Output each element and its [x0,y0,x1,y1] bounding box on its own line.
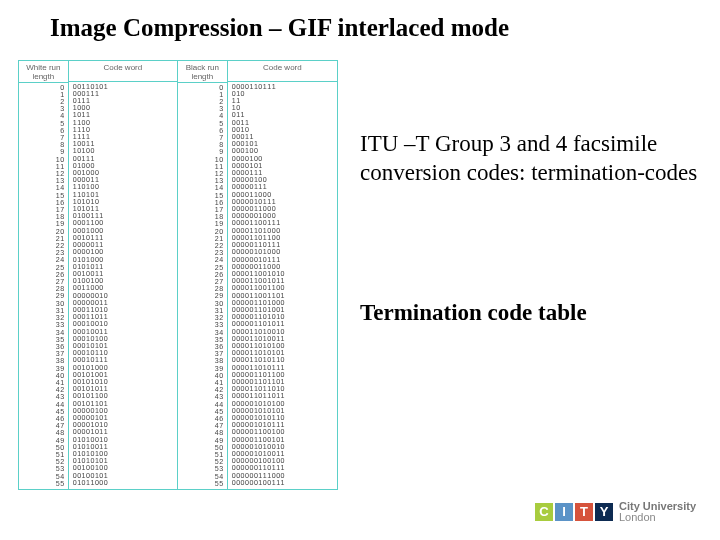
col-white-code: Code word 00110101 000111 0111 1000 1011… [69,61,178,489]
col-head-black-run: Black run length [178,61,227,83]
col-body-black-run: 0 1 2 3 4 5 6 7 8 9 10 11 12 13 14 15 16… [178,83,227,490]
col-head-white-run: White run length [19,61,68,83]
code-table: White run length 0 1 2 3 4 5 6 7 8 9 10 … [18,60,338,490]
logo-line2: London [619,512,696,524]
slide-title: Image Compression – GIF interlaced mode [50,14,509,42]
col-body-black-code: 0000110111 010 11 10 011 0011 0010 00011… [228,82,337,489]
table-caption: Termination code table [360,300,587,326]
logo-letter-t: T [575,503,593,521]
logo-mark: C I T Y [535,503,613,521]
logo-letter-i: I [555,503,573,521]
col-black-code: Code word 0000110111 010 11 10 011 0011 … [228,61,337,489]
col-body-white-run: 0 1 2 3 4 5 6 7 8 9 10 11 12 13 14 15 16… [19,83,68,490]
university-logo: C I T Y City University London [535,501,696,524]
logo-text: City University London [619,501,696,524]
description-text: ITU –T Group 3 and 4 facsimile conversio… [360,130,710,188]
logo-letter-c: C [535,503,553,521]
col-head-black-code: Code word [228,61,337,82]
logo-letter-y: Y [595,503,613,521]
col-body-white-code: 00110101 000111 0111 1000 1011 1100 1110… [69,82,177,489]
col-black-run: Black run length 0 1 2 3 4 5 6 7 8 9 10 … [178,61,228,489]
col-head-white-code: Code word [69,61,177,82]
col-white-run: White run length 0 1 2 3 4 5 6 7 8 9 10 … [19,61,69,489]
